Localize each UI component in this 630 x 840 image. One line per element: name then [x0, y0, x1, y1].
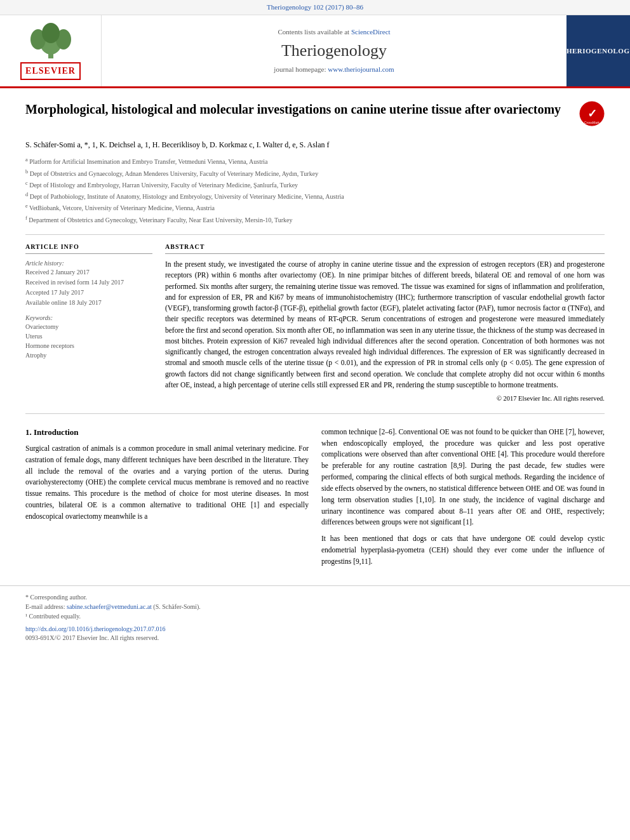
affiliation-f: f Department of Obstetrics and Gynecolog… — [25, 215, 605, 225]
intro-para-2: common technique [2–6]. Conventional OE … — [321, 427, 605, 528]
svg-point-4 — [42, 23, 60, 43]
elsevier-label: ELSEVIER — [20, 62, 81, 80]
sciencedirect-prefix: Contents lists available at — [278, 28, 349, 36]
journal-homepage: journal homepage: www.theriojournal.com — [274, 65, 394, 74]
article-info-column: Article Info Article history: Received 2… — [25, 243, 152, 404]
affil-d-text: Dept of Pathobiology, Institute of Anato… — [30, 193, 344, 200]
email-label: E-mail address: — [25, 603, 65, 610]
abstract-heading: Abstract — [165, 243, 605, 254]
keywords-section: Keywords: Ovariectomy Uterus Hormone rec… — [25, 314, 152, 360]
email-author: (S. Schäfer-Somi). — [153, 603, 201, 610]
affil-c-text: Dept of Histology and Embryology, Harran… — [29, 182, 298, 189]
article-content: Morphological, histological and molecula… — [0, 88, 630, 585]
footer-footnotes: * Corresponding author. E-mail address: … — [25, 592, 605, 621]
homepage-prefix: journal homepage: — [274, 65, 326, 73]
sciencedirect-link[interactable]: ScienceDirect — [351, 28, 391, 36]
elsevier-logo: ELSEVIER — [20, 22, 81, 80]
intro-para-3: It has been mentioned that dogs or cats … — [321, 533, 605, 567]
doi-link[interactable]: http://dx.doi.org/10.1016/j.theriogenolo… — [25, 625, 166, 632]
revised-date: Received in revised form 14 July 2017 — [25, 278, 152, 287]
accepted-date: Accepted 17 July 2017 — [25, 288, 152, 297]
authors: S. Schäfer-Somi a, *, 1, K. Deichsel a, … — [25, 139, 605, 151]
divider-2 — [25, 413, 605, 414]
article-info-heading: Article Info — [25, 243, 152, 254]
keywords-list: Ovariectomy Uterus Hormone receptors Atr… — [25, 323, 152, 360]
affiliation-c: c Dept of Histology and Embryology, Harr… — [25, 180, 605, 190]
svg-text:✓: ✓ — [587, 107, 597, 120]
journal-header: ELSEVIER Contents lists available at Sci… — [0, 15, 630, 88]
homepage-url[interactable]: www.theriojournal.com — [328, 65, 394, 73]
keyword-1: Ovariectomy — [25, 323, 152, 331]
elsevier-tree-icon — [25, 22, 76, 60]
authors-text: S. Schäfer-Somi a, *, 1, K. Deichsel a, … — [25, 140, 329, 149]
introduction-section: 1. Introduction Surgical castration of a… — [25, 427, 605, 573]
corresponding-author-note: * Corresponding author. — [25, 592, 605, 602]
affil-a-text: Platform for Artificial Insemination and… — [29, 159, 267, 166]
affil-f-text: Department of Obstetrics and Gynecology,… — [29, 217, 292, 223]
affiliation-e: e VetBiobank, Vetcore, University of Vet… — [25, 203, 605, 213]
intro-col-right: common technique [2–6]. Conventional OE … — [321, 427, 605, 573]
journal-citation: Theriogenology 102 (2017) 80–86 — [267, 3, 363, 11]
intro-heading: 1. Introduction — [25, 427, 309, 438]
journal-badge-section: THERIOGENOLOGY — [566, 15, 630, 86]
affiliations: a Platform for Artificial Insemination a… — [25, 156, 605, 225]
corresponding-label: * Corresponding author. — [25, 594, 87, 601]
affil-b-text: Dept of Obstetrics and Gynaecology, Adna… — [30, 170, 318, 177]
corresponding-email[interactable]: sabine.schaefer@vetmeduni.ac.at — [67, 603, 152, 610]
page-footer: * Corresponding author. E-mail address: … — [0, 585, 630, 649]
abstract-column: Abstract In the present study, we invest… — [165, 243, 605, 404]
doi-line: http://dx.doi.org/10.1016/j.theriogenolo… — [25, 625, 605, 634]
issn-line: 0093-691X/© 2017 Elsevier Inc. All right… — [25, 634, 605, 643]
intro-number: 1. — [25, 427, 32, 437]
journal-top-bar: Theriogenology 102 (2017) 80–86 — [0, 0, 630, 15]
keywords-label: Keywords: — [25, 314, 152, 323]
article-info-abstract-section: Article Info Article history: Received 2… — [25, 243, 605, 404]
received-date: Received 2 January 2017 — [25, 268, 152, 277]
crossmark-icon: ✓ CrossMark — [579, 101, 605, 126]
keyword-4: Atrophy — [25, 351, 152, 360]
affil-e-text: VetBiobank, Vetcore, University of Veter… — [29, 205, 215, 212]
intro-para-1: Surgical castration of animals is a comm… — [25, 443, 309, 523]
history-label: Article history: — [25, 259, 152, 268]
keyword-2: Uterus — [25, 332, 152, 341]
abstract-text: In the present study, we investigated th… — [165, 259, 605, 390]
sciencedirect-info: Contents lists available at ScienceDirec… — [278, 27, 390, 37]
footnote-1: ¹ Contributed equally. — [25, 611, 605, 621]
crossmark-logo: ✓ CrossMark — [579, 101, 605, 126]
affiliation-d: d Dept of Pathobiology, Institute of Ana… — [25, 191, 605, 201]
divider-1 — [25, 234, 605, 235]
intro-heading-text: Introduction — [34, 427, 79, 437]
intro-col-left: 1. Introduction Surgical castration of a… — [25, 427, 309, 573]
theriogenology-badge: THERIOGENOLOGY — [561, 46, 630, 55]
svg-text:CrossMark: CrossMark — [584, 121, 600, 124]
article-title-section: Morphological, histological and molecula… — [25, 101, 605, 133]
email-note: E-mail address: sabine.schaefer@vetmedun… — [25, 602, 605, 611]
affiliation-b: b Dept of Obstetrics and Gynaecology, Ad… — [25, 168, 605, 178]
available-date: Available online 18 July 2017 — [25, 298, 152, 307]
page: Theriogenology 102 (2017) 80–86 ELSEVIER… — [0, 0, 630, 840]
badge-main-text: THERIOGENOLOGY — [561, 46, 630, 55]
journal-header-center: Contents lists available at ScienceDirec… — [102, 15, 566, 86]
article-title: Morphological, histological and molecula… — [25, 101, 579, 117]
elsevier-logo-section: ELSEVIER — [0, 15, 102, 86]
keyword-3: Hormone receptors — [25, 342, 152, 350]
copyright: © 2017 Elsevier Inc. All rights reserved… — [165, 394, 605, 404]
affiliation-a: a Platform for Artificial Insemination a… — [25, 156, 605, 166]
journal-title: Theriogenology — [281, 39, 387, 62]
